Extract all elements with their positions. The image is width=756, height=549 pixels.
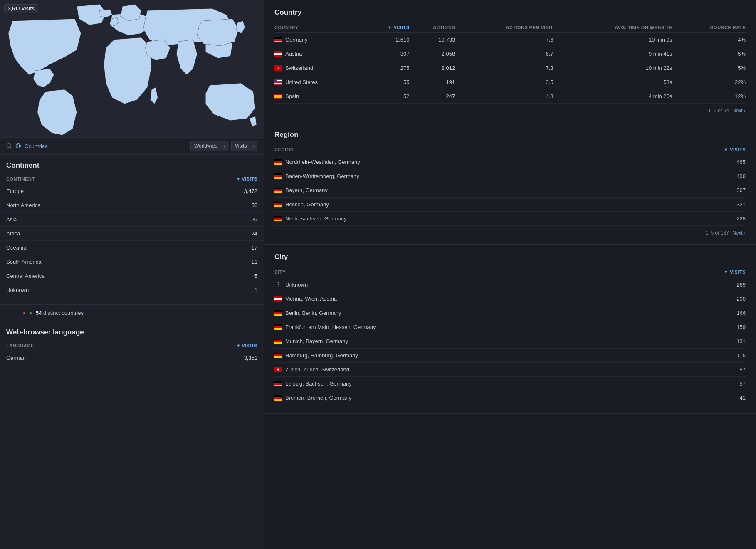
country-name: Spain	[285, 93, 299, 99]
flag-de	[274, 202, 282, 207]
city-row[interactable]: Leipzig, Sachsen, Germany57	[274, 377, 746, 391]
region-visits: 400	[650, 169, 746, 183]
country-visits: 52	[364, 89, 409, 104]
continent-name: Central America	[0, 269, 158, 283]
right-panel: Country COUNTRY ▼ VISITS ACTIONS ACTIONS…	[264, 0, 756, 549]
svg-line-2	[10, 147, 12, 149]
country-actions: 2,012	[410, 61, 455, 75]
city-row[interactable]: Vienna, Wien, Austria200	[274, 292, 746, 306]
visits-dropdown[interactable]: Visits	[231, 141, 257, 151]
region-row[interactable]: Hessen, Germany321	[274, 198, 746, 212]
region-name: Nordrhein-Westfalen, Germany	[285, 159, 360, 165]
country-name-cell: Spain	[274, 89, 364, 104]
language-name: German	[0, 351, 143, 365]
continent-row[interactable]: Oceania 17	[0, 241, 264, 255]
globe-icon	[15, 143, 21, 149]
flag-ch	[274, 65, 282, 71]
city-name: Berlin, Berlin, Germany	[285, 310, 341, 316]
city-row[interactable]: Bremen, Bremen, Germany41	[274, 391, 746, 405]
city-name: Unknown	[285, 282, 308, 288]
region-name-cell: Niedersachsen, Germany	[274, 212, 650, 226]
distinct-countries-text: 54 distinct countries	[36, 310, 84, 316]
country-row[interactable]: Spain522474.84 min 20s12%	[274, 89, 746, 104]
flag-at	[274, 296, 282, 302]
city-col-header: CITY	[274, 267, 662, 277]
continent-name: Unknown	[0, 283, 158, 297]
country-pagination: 1–5 of 54 Next ›	[274, 104, 746, 114]
language-row[interactable]: German 3,351	[0, 351, 264, 365]
continent-name: Africa	[0, 227, 158, 241]
country-actions-header: ACTIONS	[410, 22, 455, 33]
city-row[interactable]: Munich, Bayern, Germany131	[274, 334, 746, 349]
region-next-link[interactable]: Next ›	[732, 230, 746, 236]
flag-de	[274, 173, 282, 179]
flag-de	[274, 324, 282, 330]
city-row[interactable]: Berlin, Berlin, Germany166	[274, 306, 746, 320]
city-row[interactable]: Frankfurt am Main, Hessen, Germany159	[274, 320, 746, 334]
city-row[interactable]: ?Unknown269	[274, 277, 746, 292]
continent-visits: 3,472	[158, 184, 264, 198]
continent-row[interactable]: Africa 24	[0, 227, 264, 241]
flag-de	[274, 159, 282, 165]
city-name-cell: Bremen, Bremen, Germany	[274, 391, 662, 405]
flag-de	[274, 395, 282, 401]
city-visits: 159	[662, 320, 746, 334]
continent-visits: 25	[158, 213, 264, 227]
city-name: Hamburg, Hamburg, Germany	[285, 352, 358, 359]
visits-dropdown-wrap[interactable]: Visits	[231, 141, 257, 151]
language-col-header: LANGUAGE	[0, 341, 143, 351]
region-pagination-text: 1–5 of 137	[705, 230, 729, 236]
countries-link[interactable]: Countries	[25, 143, 48, 149]
worldwide-dropdown-wrap[interactable]: Worldwide	[190, 141, 228, 151]
region-visits-header: ▼ VISITS	[650, 145, 746, 155]
region-row[interactable]: Niedersachsen, Germany228	[274, 212, 746, 226]
continent-row[interactable]: Unknown 1	[0, 283, 264, 297]
continent-col-header: CONTINENT	[0, 174, 158, 184]
continent-table: CONTINENT ▼VISITS Europe 3,472 North Ame…	[0, 174, 264, 297]
sparkline-line2	[25, 313, 30, 313]
country-apv: 3.5	[455, 75, 553, 89]
country-avgtime: 4 min 20s	[553, 89, 672, 104]
country-avgtime: 10 min 22s	[553, 61, 672, 75]
continent-section: Continent CONTINENT ▼VISITS Europe 3,472…	[0, 155, 264, 304]
region-row[interactable]: Nordrhein-Westfalen, Germany465	[274, 155, 746, 169]
continent-row[interactable]: South America 11	[0, 255, 264, 269]
country-row[interactable]: Austria3072,0586.79 min 41s5%	[274, 47, 746, 61]
continent-row[interactable]: Europe 3,472	[0, 184, 264, 198]
continent-visits: 56	[158, 198, 264, 213]
country-bounce: 5%	[672, 47, 746, 61]
language-visits-col-header: ▼VISITS	[143, 341, 264, 351]
region-row[interactable]: Baden-Württemberg, Germany400	[274, 169, 746, 183]
country-bounce: 12%	[672, 89, 746, 104]
continent-row[interactable]: Central America 5	[0, 269, 264, 283]
distinct-count: 54	[36, 310, 42, 316]
country-row[interactable]: Germany2,61019,7337.610 min 9s4%	[274, 33, 746, 47]
country-next-link[interactable]: Next ›	[732, 108, 746, 114]
city-name-cell: Munich, Bayern, Germany	[274, 334, 662, 349]
country-row[interactable]: United States551913.553s22%	[274, 75, 746, 89]
continent-row[interactable]: Asia 25	[0, 213, 264, 227]
region-row[interactable]: Bayern, Germany367	[274, 183, 746, 198]
worldwide-dropdown[interactable]: Worldwide	[190, 141, 228, 151]
country-apv: 7.3	[455, 61, 553, 75]
region-name-cell: Nordrhein-Westfalen, Germany	[274, 155, 650, 169]
city-row[interactable]: Zurich, Zürich, Switzerland97	[274, 363, 746, 377]
city-section: City CITY ▼ VISITS ?Unknown269Vienna, Wi…	[264, 245, 756, 414]
sparkline-dot-green	[30, 312, 32, 314]
country-actions: 19,733	[410, 33, 455, 47]
country-name-cell: Switzerland	[274, 61, 364, 75]
country-section: Country COUNTRY ▼ VISITS ACTIONS ACTIONS…	[264, 0, 756, 122]
country-pagination-text: 1–5 of 54	[708, 108, 729, 114]
continent-name: Asia	[0, 213, 158, 227]
city-row[interactable]: Hamburg, Hamburg, Germany115	[274, 349, 746, 363]
language-visits: 3,351	[143, 351, 264, 365]
continent-visits: 11	[158, 255, 264, 269]
country-bounce: 5%	[672, 61, 746, 75]
region-pagination: 1–5 of 137 Next ›	[274, 226, 746, 236]
country-row[interactable]: Switzerland2752,0127.310 min 22s5%	[274, 61, 746, 75]
flag-de	[274, 339, 282, 344]
sparkline	[6, 312, 32, 314]
continent-row[interactable]: North America 56	[0, 198, 264, 213]
city-visits: 41	[662, 391, 746, 405]
continent-name: North America	[0, 198, 158, 213]
